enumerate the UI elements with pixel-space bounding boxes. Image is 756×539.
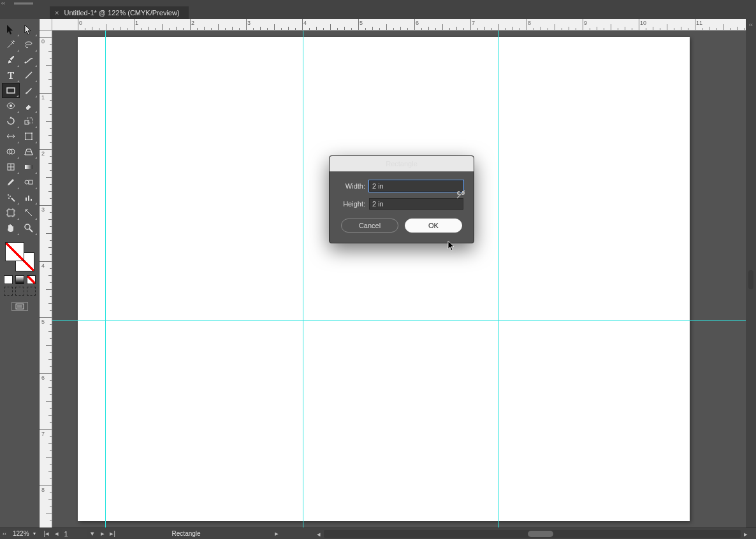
artboard-nav: |◂ ◂ 1 ▾ ▸ ▸| — [42, 529, 117, 538]
ok-button[interactable]: OK — [405, 219, 462, 233]
next-artboard-button[interactable]: ▸ — [98, 530, 107, 538]
expand-chevron-icon[interactable]: ‹‹ — [749, 22, 753, 28]
cancel-button[interactable]: Cancel — [341, 219, 398, 233]
horizontal-scrollbar[interactable]: ◂ ▸ — [324, 530, 741, 538]
scroll-left-arrow-icon[interactable]: ◂ — [315, 530, 323, 538]
svg-rect-3 — [7, 88, 15, 93]
current-tool-label: Rectangle — [172, 530, 201, 537]
chevron-down-icon[interactable]: ▾ — [33, 531, 36, 536]
draw-behind[interactable] — [15, 287, 24, 296]
zoom-value: 122% — [13, 530, 29, 537]
eraser-tool[interactable] — [20, 98, 38, 113]
svg-point-16 — [25, 180, 29, 184]
magic-wand-tool[interactable] — [2, 37, 20, 52]
fill-swatch[interactable] — [5, 242, 24, 261]
rectangle-dialog: Rectangle Width: Height: Cancel OK — [329, 155, 474, 243]
shape-builder-tool[interactable] — [2, 144, 20, 159]
height-label: Height: — [340, 200, 365, 208]
screen-mode-button[interactable] — [11, 302, 28, 311]
shaper-tool[interactable] — [2, 98, 20, 113]
draw-inside[interactable] — [27, 287, 36, 296]
line-segment-tool[interactable] — [20, 68, 38, 83]
close-icon[interactable]: × — [55, 9, 59, 17]
document-tab-title: Untitled-1* @ 122% (CMYK/Preview) — [64, 9, 179, 17]
mesh-tool[interactable] — [2, 159, 20, 175]
svg-point-9 — [31, 133, 33, 134]
svg-point-10 — [25, 139, 26, 140]
vertical-ruler[interactable]: 012345678 — [40, 31, 52, 528]
pen-tool[interactable] — [2, 52, 20, 68]
prev-artboard-button[interactable]: ◂ — [52, 530, 61, 538]
scale-tool[interactable] — [20, 113, 38, 129]
svg-rect-24 — [8, 210, 14, 216]
ruler-origin-corner[interactable] — [40, 19, 52, 31]
height-input[interactable] — [369, 198, 463, 210]
perspective-grid-tool[interactable] — [20, 144, 38, 159]
paintbrush-tool[interactable] — [20, 83, 38, 98]
vertical-guide[interactable] — [498, 31, 499, 528]
svg-line-26 — [29, 229, 33, 232]
slice-tool[interactable] — [20, 205, 38, 220]
color-mode-none[interactable] — [27, 275, 36, 284]
fill-stroke-swatches[interactable] — [4, 241, 36, 273]
curvature-pen-tool[interactable] — [20, 52, 38, 68]
blend-tool[interactable] — [20, 175, 38, 190]
svg-point-18 — [8, 194, 9, 196]
svg-rect-17 — [29, 180, 33, 184]
collapse-chevron-icon[interactable]: ‹‹ — [1, 0, 5, 6]
artboard[interactable] — [78, 37, 690, 521]
color-mode-solid[interactable] — [4, 275, 13, 284]
canvas-viewport[interactable] — [52, 31, 746, 528]
color-mode-gradient[interactable] — [15, 275, 24, 284]
scrollbar-thumb[interactable] — [528, 531, 553, 537]
horizontal-guide[interactable] — [52, 320, 746, 321]
artboard-number-field[interactable]: 1 — [62, 529, 87, 538]
selection-tool[interactable] — [2, 22, 20, 37]
artboard-dropdown-button[interactable]: ▾ — [88, 530, 97, 538]
type-tool[interactable] — [2, 68, 20, 83]
vertical-guide[interactable] — [303, 31, 303, 528]
first-artboard-button[interactable]: |◂ — [42, 530, 51, 538]
zoom-field[interactable]: 122% ▾ — [10, 529, 38, 538]
svg-point-20 — [8, 198, 10, 199]
color-mode-row — [4, 275, 36, 284]
horizontal-ruler[interactable]: 01234567891011 — [52, 19, 746, 31]
width-input[interactable] — [369, 180, 463, 192]
svg-rect-7 — [25, 133, 32, 140]
svg-rect-21 — [25, 198, 27, 201]
document-tab-strip: × Untitled-1* @ 122% (CMYK/Preview) — [0, 6, 756, 19]
svg-point-0 — [13, 41, 14, 42]
app-top-grip: ‹‹ — [0, 0, 756, 6]
svg-point-19 — [10, 196, 11, 197]
artboard-tool[interactable] — [2, 205, 20, 220]
column-graph-tool[interactable] — [20, 190, 38, 205]
free-transform-tool[interactable] — [20, 129, 38, 144]
symbol-sprayer-tool[interactable] — [2, 190, 20, 205]
svg-rect-5 — [25, 120, 29, 124]
svg-point-1 — [24, 62, 26, 64]
scroll-right-arrow-icon[interactable]: ▸ — [742, 530, 750, 538]
eyedropper-tool[interactable] — [2, 175, 20, 190]
zoom-tool[interactable] — [20, 220, 38, 236]
direct-selection-tool[interactable] — [20, 22, 38, 37]
draw-normal[interactable] — [4, 287, 13, 296]
collapse-chevron-icon[interactable]: ‹‹ — [3, 531, 6, 537]
svg-point-11 — [31, 139, 33, 140]
status-bar: ‹‹ 122% ▾ |◂ ◂ 1 ▾ ▸ ▸| Rectangle ▸ ◂ ▸ — [0, 528, 756, 539]
vertical-guide[interactable] — [105, 31, 106, 528]
right-panel-dock[interactable]: ‹‹ — [746, 19, 756, 528]
width-label: Width: — [340, 182, 365, 190]
dialog-title[interactable]: Rectangle — [330, 156, 474, 171]
rectangle-tool[interactable] — [2, 83, 20, 98]
gradient-tool[interactable] — [20, 159, 38, 175]
width-tool[interactable] — [2, 129, 20, 144]
document-tab[interactable]: × Untitled-1* @ 122% (CMYK/Preview) — [50, 6, 189, 19]
rotate-tool[interactable] — [2, 113, 20, 129]
hand-tool[interactable] — [2, 220, 20, 236]
constrain-proportions-toggle[interactable] — [456, 189, 466, 199]
svg-rect-15 — [25, 165, 33, 169]
lasso-tool[interactable] — [20, 37, 38, 52]
svg-point-25 — [25, 224, 30, 229]
status-menu-button[interactable]: ▸ — [275, 529, 279, 538]
last-artboard-button[interactable]: ▸| — [108, 530, 117, 538]
